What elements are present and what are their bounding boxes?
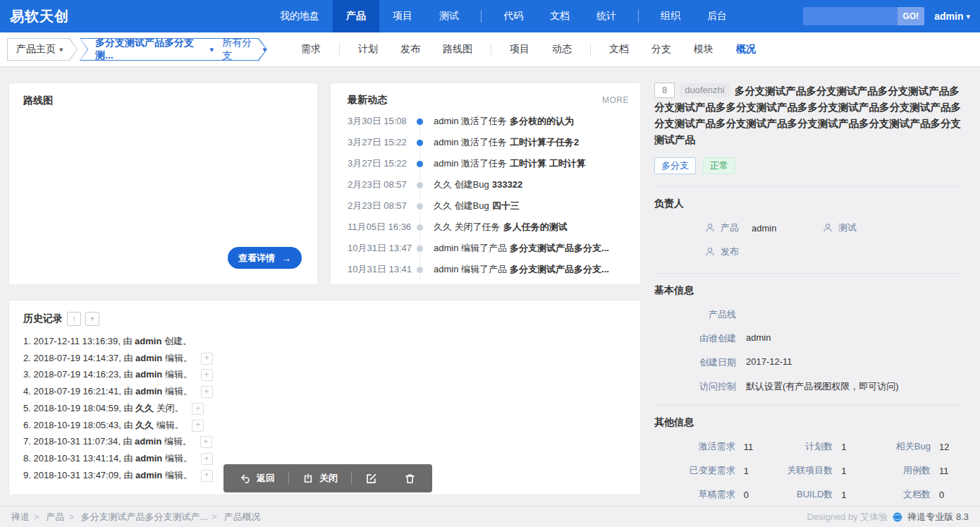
main-nav-item[interactable]: 文档	[537, 0, 583, 32]
expand-all-button[interactable]: +	[85, 312, 99, 326]
history-title: 历史记录	[23, 313, 63, 325]
product-menu-item[interactable]: 模块	[682, 43, 725, 56]
back-button[interactable]: 返回	[226, 464, 288, 492]
stat-cell: BUILD数 1	[766, 488, 864, 501]
expand-entry-button[interactable]: +	[201, 470, 213, 482]
timeline-dot-icon	[417, 182, 423, 188]
expand-entry-button[interactable]: +	[201, 453, 213, 465]
activity-text: 久久 创建Bug四十三	[434, 200, 520, 212]
main-nav-item[interactable]: 组织	[647, 0, 694, 32]
product-menu-item[interactable]: 需求	[290, 43, 332, 56]
product-menu-item[interactable]: 动态	[541, 43, 583, 56]
main-nav-item[interactable]: 统计	[583, 0, 630, 32]
history-actor: 久久	[135, 403, 154, 413]
activity-text: 久久 创建Bug333322	[434, 178, 522, 191]
user-icon	[705, 223, 715, 233]
footer-breadcrumb-link[interactable]: 多分支测试产品多分支测试产...	[80, 511, 207, 522]
stat-cell: 计划数 1	[766, 440, 864, 453]
view-detail-button[interactable]: 查看详情 →	[228, 247, 302, 269]
activity-item[interactable]: 2月23日 08:57 久久 创建Bug四十三	[331, 195, 640, 217]
stat-cell: 已变更需求 1	[668, 464, 766, 477]
main-nav-item[interactable]: 测试	[426, 0, 472, 32]
product-id-badge: 8	[654, 83, 675, 98]
main-nav-item[interactable]: 我的地盘	[267, 0, 333, 32]
product-menu-item[interactable]: 路线图	[431, 43, 484, 56]
activity-object: 工时计算 工时计算	[510, 158, 586, 169]
product-menu-item[interactable]	[590, 44, 591, 55]
other-info-section: 其他信息 激活需求 11 计划数 1 相关Bug 12 已	[654, 405, 962, 508]
latest-activity-panel: 最新动态 MORE 3月30日 15:08 admin 激活了任务多分枝的的认为…	[330, 83, 641, 285]
expand-entry-button[interactable]: +	[192, 403, 204, 415]
activity-item[interactable]: 2月23日 08:57 久久 创建Bug333322	[331, 174, 640, 195]
product-menu-item[interactable]	[339, 44, 340, 55]
close-product-button[interactable]: 关闭	[289, 464, 351, 492]
main-nav-item[interactable]: 项目	[379, 0, 426, 32]
owners-section: 负责人 产品 admin	[654, 186, 962, 261]
history-actor: admin	[135, 436, 161, 447]
arrow-up-icon: ↑	[72, 314, 76, 324]
activity-item[interactable]: 3月27日 15:22 admin 激活了任务工时计算 工时计算	[331, 153, 640, 174]
product-overview-sidebar: 8duofenzhi多分支测试产品多分支测试产品多分支测试产品多分支测试产品多多…	[654, 83, 962, 508]
history-list: 1. 2017-12-11 13:16:39, 由 admin 创建。 + 2.…	[9, 333, 640, 483]
main-nav-item[interactable]	[481, 10, 482, 23]
activity-item[interactable]: 10月31日 13:41 admin 编辑了产品多分支测试产品多分支...	[331, 259, 640, 280]
activity-time: 10月31日 13:41	[331, 263, 410, 276]
history-item: 1. 2017-12-11 13:16:39, 由 admin 创建。 +	[23, 333, 626, 350]
expand-entry-button[interactable]: +	[200, 436, 212, 448]
roadmap-title: 路线图	[9, 83, 317, 119]
action-toolbar: 返回 关闭	[223, 464, 432, 492]
timeline-dot-icon	[417, 119, 423, 125]
history-item: 6. 2018-10-19 18:05:43, 由 久久 编辑。 +	[23, 417, 626, 434]
activity-object: 多分支测试产品多分支...	[510, 264, 609, 274]
expand-entry-button[interactable]: +	[192, 420, 204, 432]
delete-button[interactable]	[391, 464, 429, 492]
search-go-button[interactable]: GO!	[898, 7, 925, 25]
search-input[interactable]	[803, 7, 898, 25]
product-switch-banner: 多分支测试产品多分支测... ▾ 所有分支 ▾	[80, 38, 267, 61]
product-home-dropdown[interactable]: 产品主页 ▾	[7, 38, 78, 61]
main-nav-item[interactable]: 产品	[333, 0, 379, 32]
product-menu-item[interactable]: 发布	[389, 43, 431, 56]
history-actor: admin	[135, 386, 162, 396]
reverse-order-button[interactable]: ↑	[67, 312, 81, 326]
globe-icon	[893, 512, 902, 522]
product-menu-item[interactable]	[491, 44, 491, 55]
activity-text: 久久 关闭了任务多人任务的测试	[434, 221, 568, 234]
timeline-dot-icon	[417, 267, 423, 273]
footer-breadcrumb-link[interactable]: 产品概况	[224, 511, 261, 522]
roadmap-panel: 路线图 查看详情 →	[8, 83, 318, 285]
activity-item[interactable]: 10月31日 13:47 admin 编辑了产品多分支测试产品多分支...	[331, 238, 640, 259]
main-nav-item[interactable]: 代码	[490, 0, 537, 32]
expand-entry-button[interactable]: +	[201, 353, 213, 365]
product-menu-item[interactable]: 文档	[598, 43, 640, 56]
info-row: 由谁创建 admin	[654, 332, 962, 345]
product-menu-item[interactable]: 分支	[640, 43, 682, 56]
footer-breadcrumb-link[interactable]: 禅道	[11, 511, 30, 522]
timeline-dot-icon	[417, 246, 423, 252]
brand-version-text[interactable]: 禅道专业版 8.3	[907, 511, 969, 523]
chevron-down-icon: ▾	[59, 46, 63, 54]
product-menu-item[interactable]: 项目	[498, 43, 541, 56]
timeline-dot-icon	[417, 203, 423, 210]
activity-object: 工时计算子任务2	[510, 137, 579, 147]
expand-entry-button[interactable]: +	[201, 369, 213, 381]
stat-cell: 相关Bug 12	[864, 440, 962, 453]
more-link[interactable]: MORE	[602, 95, 629, 105]
activity-text: admin 激活了任务工时计算子任务2	[434, 136, 579, 149]
stat-cell: 草稿需求 0	[668, 488, 766, 501]
user-menu[interactable]: admin ▾	[934, 11, 970, 22]
main-nav-item[interactable]	[638, 10, 639, 23]
app-logo[interactable]: 易软天创	[10, 0, 69, 32]
product-menu-item[interactable]: 计划	[347, 43, 389, 56]
footer-breadcrumb-link[interactable]: 产品	[46, 511, 64, 522]
main-nav-item[interactable]: 后台	[694, 0, 740, 32]
activity-item[interactable]: 3月30日 15:08 admin 激活了任务多分枝的的认为	[331, 111, 640, 132]
product-menu-item[interactable]: 概况	[725, 43, 767, 56]
activity-item[interactable]: 3月27日 15:22 admin 激活了任务工时计算子任务2	[331, 132, 640, 153]
edit-button[interactable]	[352, 464, 391, 492]
activity-text: admin 编辑了产品多分支测试产品多分支...	[434, 263, 609, 276]
activity-item[interactable]: 11月05日 16:36 久久 关闭了任务多人任务的测试	[331, 217, 640, 238]
product-switch-dropdown[interactable]: 多分支测试产品多分支测... ▾	[95, 37, 214, 62]
info-row: 创建日期 2017-12-11	[654, 356, 962, 369]
expand-entry-button[interactable]: +	[201, 386, 213, 398]
